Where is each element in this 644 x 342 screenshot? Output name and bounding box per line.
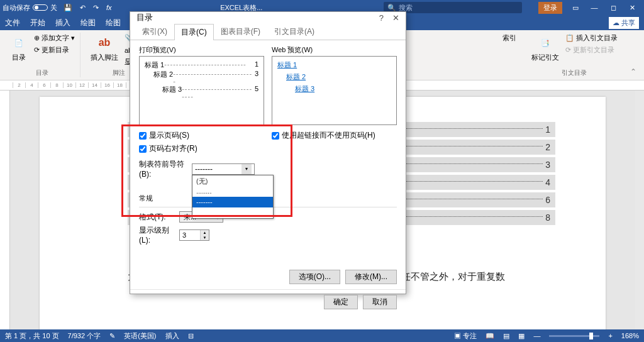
zoom-slider[interactable] bbox=[549, 335, 599, 337]
leader-option-dots[interactable]: ........ bbox=[192, 186, 273, 197]
login-button[interactable]: 登录 bbox=[538, 2, 562, 14]
use-hyperlinks-checkbox[interactable]: 使用超链接而不使用页码(H) bbox=[272, 130, 397, 141]
undo-icon[interactable]: ↶ bbox=[80, 4, 86, 12]
add-text-icon: ⊕ bbox=[34, 34, 40, 42]
status-spellcheck-icon[interactable]: ✎ bbox=[109, 332, 115, 340]
dialog-footer: 确定 取消 bbox=[130, 289, 406, 314]
web-preview-link: 标题 1 bbox=[277, 60, 391, 70]
tab-file[interactable]: 文件 bbox=[5, 18, 20, 28]
view-print-icon[interactable]: ▤ bbox=[503, 332, 509, 340]
toc-icon: 📄 bbox=[10, 34, 28, 52]
scrollbar-vertical[interactable] bbox=[635, 91, 644, 332]
zoom-level[interactable]: 168% bbox=[621, 332, 639, 339]
toc-dialog: 目录 ? ✕ 索引(X) 目录(C) 图表目录(F) 引文目录(A) 打印预览(… bbox=[130, 11, 406, 294]
spinner-up-icon[interactable]: ▲ bbox=[200, 230, 209, 235]
dialog-titlebar: 目录 ? ✕ bbox=[130, 12, 406, 23]
zoom-in-icon[interactable]: + bbox=[608, 332, 612, 339]
status-bar: 第 1 页，共 10 页 7/932 个字 ✎ 英语(美国) 插入 ⊟ ▣ 专注… bbox=[0, 329, 644, 342]
ok-button[interactable]: 确定 bbox=[324, 295, 358, 309]
status-page[interactable]: 第 1 页，共 10 页 bbox=[5, 331, 59, 341]
tab-draw2[interactable]: 绘图 bbox=[106, 18, 121, 28]
group-label: 脚注 bbox=[113, 69, 125, 77]
dialog-tab-figures[interactable]: 图表目录(F) bbox=[214, 23, 267, 40]
ribbon-group-toc: 📄 目录 ⊕添加文字 ▾ ⟳更新目录 目录 bbox=[4, 33, 80, 77]
view-web-icon[interactable]: ▦ bbox=[518, 332, 525, 340]
group-label: 引文目录 bbox=[562, 69, 587, 77]
zoom-out-icon[interactable]: ― bbox=[533, 332, 540, 339]
spinner-down-icon[interactable]: ▼ bbox=[200, 235, 209, 240]
redo-icon[interactable]: ↷ bbox=[93, 4, 99, 12]
format-label: 格式(T): bbox=[139, 212, 177, 223]
cancel-button[interactable]: 取消 bbox=[363, 295, 397, 309]
leader-label: 制表符前导符(B): bbox=[139, 159, 189, 179]
toc-button[interactable]: 📄 目录 bbox=[8, 33, 30, 63]
window-controls: ▭ ― ◻ ✕ bbox=[566, 4, 641, 12]
dialog-tabs: 索引(X) 目录(C) 图表目录(F) 引文目录(A) bbox=[130, 23, 406, 40]
show-page-numbers-checkbox[interactable]: 显示页码(S) bbox=[139, 130, 264, 141]
tab-home[interactable]: 开始 bbox=[30, 18, 45, 28]
autosave-toggle[interactable]: 自动保存 关 bbox=[3, 3, 57, 13]
quick-access-toolbar: 💾 ↶ ↷ fx bbox=[64, 4, 112, 12]
update-toc-button[interactable]: ⟳更新目录 bbox=[33, 45, 76, 55]
ribbon-options-icon[interactable]: ▭ bbox=[566, 4, 585, 12]
mark-citation-button[interactable]: 📑 标记引文 bbox=[529, 33, 562, 63]
status-accessibility-icon[interactable]: ⊟ bbox=[188, 332, 194, 340]
right-align-checkbox[interactable]: 页码右对齐(R) bbox=[139, 143, 264, 154]
minimize-icon[interactable]: ― bbox=[585, 4, 604, 12]
share-button[interactable]: ☁ 共享 bbox=[609, 17, 639, 29]
status-words[interactable]: 7/932 个字 bbox=[68, 331, 101, 341]
update-citation-toc-button[interactable]: ⟳更新引文目录 bbox=[564, 45, 619, 55]
web-preview-link: 标题 2 bbox=[277, 72, 391, 82]
autosave-label: 自动保存 bbox=[3, 3, 30, 13]
dialog-tab-toc[interactable]: 目录(C) bbox=[174, 24, 214, 40]
refresh-icon: ⟳ bbox=[34, 46, 40, 54]
maximize-icon[interactable]: ◻ bbox=[604, 4, 623, 12]
collapse-ribbon-icon[interactable]: ⌃ bbox=[626, 66, 640, 77]
leader-option-underline[interactable] bbox=[192, 207, 273, 218]
dialog-close-icon[interactable]: ✕ bbox=[392, 13, 399, 23]
group-label: 目录 bbox=[36, 69, 48, 77]
dialog-body: 打印预览(V) 标题 1----------------------------… bbox=[130, 40, 406, 289]
options-button[interactable]: 选项(O)... bbox=[289, 270, 340, 284]
status-insert[interactable]: 插入 bbox=[165, 331, 179, 341]
ribbon-group-index: 索引 bbox=[497, 33, 521, 77]
dialog-tab-authorities[interactable]: 引文目录(A) bbox=[267, 23, 321, 40]
toggle-icon bbox=[33, 4, 48, 11]
fx-icon[interactable]: fx bbox=[106, 4, 112, 11]
insert-footnote-button[interactable]: ab 插入脚注 bbox=[88, 33, 121, 63]
search-icon: 🔍 bbox=[387, 4, 396, 12]
view-read-icon[interactable]: 📖 bbox=[486, 332, 494, 340]
tab-draw1[interactable]: 绘图 bbox=[80, 18, 96, 28]
print-preview-box: 标题 1----------------------------1标题 2---… bbox=[139, 56, 264, 125]
add-text-button[interactable]: ⊕添加文字 ▾ bbox=[33, 33, 76, 43]
leader-option-none[interactable]: (无) bbox=[192, 175, 273, 186]
insert-citation-toc-button[interactable]: 📋插入引文目录 bbox=[564, 33, 619, 43]
print-preview-label: 打印预览(V) bbox=[139, 45, 264, 55]
modify-button[interactable]: 修改(M)... bbox=[345, 270, 397, 284]
web-preview-link: 标题 3 bbox=[277, 84, 391, 94]
dialog-help-icon[interactable]: ? bbox=[379, 13, 384, 23]
web-preview-box: 标题 1标题 2标题 3 bbox=[272, 56, 397, 125]
leader-select[interactable]: -------▾ (无) ........ ------- bbox=[192, 163, 255, 175]
levels-label: 显示级别(L): bbox=[139, 225, 177, 245]
ruler-vertical[interactable] bbox=[0, 91, 10, 332]
insert-cit-icon: 📋 bbox=[565, 34, 574, 42]
leader-option-dashes[interactable]: ------- bbox=[192, 197, 273, 207]
levels-input[interactable] bbox=[180, 230, 200, 240]
tab-insert[interactable]: 插入 bbox=[55, 18, 70, 28]
citation-icon: 📑 bbox=[536, 34, 554, 52]
dialog-tab-index[interactable]: 索引(X) bbox=[135, 23, 174, 40]
close-icon[interactable]: ✕ bbox=[623, 4, 641, 12]
levels-spinner[interactable]: ▲▼ bbox=[179, 229, 209, 241]
index-button[interactable]: 索引 bbox=[501, 33, 518, 43]
save-icon[interactable]: 💾 bbox=[64, 4, 72, 12]
autosave-state: 关 bbox=[50, 3, 57, 13]
footnote-icon: ab bbox=[96, 34, 113, 52]
chevron-down-icon: ▾ bbox=[242, 164, 252, 174]
dialog-title: 目录 bbox=[136, 12, 153, 23]
web-preview-label: Web 预览(W) bbox=[272, 45, 397, 55]
status-focus[interactable]: ▣ 专注 bbox=[454, 331, 477, 341]
status-language[interactable]: 英语(美国) bbox=[124, 331, 156, 341]
leader-dropdown: (无) ........ ------- bbox=[192, 175, 274, 219]
ribbon-group-citation: 📑 标记引文 📋插入引文目录 ⟳更新引文目录 引文目录 bbox=[525, 33, 623, 77]
